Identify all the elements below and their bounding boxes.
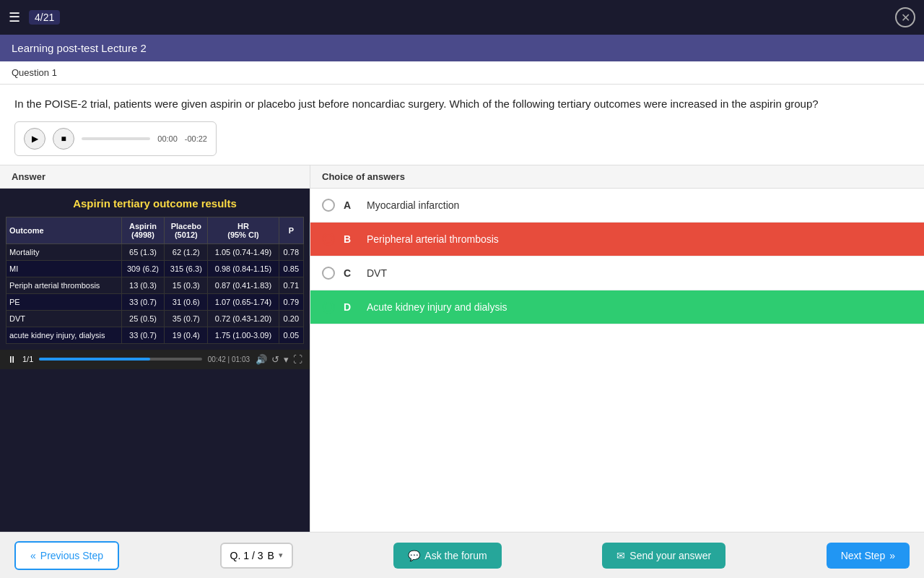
table-cell: 0.87 (0.41-1.83) (208, 277, 279, 293)
answer-column-header: Answer (0, 165, 310, 189)
table-cell: 62 (1.2) (165, 243, 208, 260)
table-cell: 0.20 (279, 310, 303, 327)
col-hr: HR(95% CI) (208, 217, 279, 243)
table-row: Mortality65 (1.3)62 (1.2)1.05 (0.74-1.49… (6, 243, 304, 260)
table-row: MI309 (6.2)315 (6.3)0.98 (0.84-1.15)0.85 (6, 260, 304, 277)
table-cell: 0.71 (279, 277, 303, 293)
pause-button[interactable]: ⏸ (7, 354, 17, 365)
table-cell: 1.07 (0.65-1.74) (208, 293, 279, 310)
send-icon: ✉ (616, 550, 625, 561)
ask-forum-button[interactable]: 💬 Ask the forum (393, 543, 501, 569)
video-progress[interactable] (39, 358, 202, 361)
main-columns: Answer Aspirin tertiary outcome results … (0, 165, 924, 532)
choice-item-d[interactable]: DAcute kidney injury and dialysis (310, 290, 924, 324)
send-answer-label: Send your answer (629, 550, 711, 561)
table-cell: 13 (0.3) (121, 277, 165, 293)
table-cell: 15 (0.3) (165, 277, 208, 293)
col-p: P (279, 217, 303, 243)
volume-icon[interactable]: 🔊 (256, 354, 267, 365)
choices-list: AMyocardial infarctionBPeripheral arteri… (310, 189, 924, 324)
choice-radio (322, 199, 335, 212)
table-cell: DVT (6, 310, 122, 327)
empty-area (310, 324, 924, 532)
refresh-icon[interactable]: ↺ (271, 354, 279, 365)
audio-progress[interactable] (82, 137, 150, 140)
table-cell: 33 (0.7) (121, 293, 165, 310)
table-cell: 65 (1.3) (121, 243, 165, 260)
table-cell: 315 (6.3) (165, 260, 208, 277)
choice-item-b[interactable]: BPeripheral arterial thrombosis (310, 223, 924, 256)
lecture-title: Learning post-test Lecture 2 (12, 42, 147, 54)
table-cell: 1.05 (0.74-1.49) (208, 243, 279, 260)
video-progress-fill (39, 358, 149, 361)
next-icon: » (889, 550, 895, 561)
stop-icon: ■ (61, 134, 66, 144)
table-cell: 31 (0.6) (165, 293, 208, 310)
choice-text: Acute kidney injury and dialysis (367, 301, 507, 313)
choice-radio (322, 233, 335, 246)
table-cell: 309 (6.2) (121, 260, 165, 277)
selected-answer-label: B (267, 550, 274, 561)
data-table-wrapper: Aspirin tertiary outcome results Outcome… (0, 189, 310, 532)
col-outcome: Outcome (6, 217, 122, 243)
choice-letter: A (344, 199, 358, 211)
table-cell: 35 (0.7) (165, 310, 208, 327)
video-controls: ⏸ 1/1 00:42 | 01:03 🔊 ↺ ▾ ⛶ (0, 350, 310, 369)
table-cell: 0.98 (0.84-1.15) (208, 260, 279, 277)
close-button[interactable]: ✕ (895, 7, 915, 27)
table-title: Aspirin tertiary outcome results (6, 197, 304, 210)
table-cell: Mortality (6, 243, 122, 260)
lecture-title-bar: Learning post-test Lecture 2 (0, 35, 924, 61)
stop-button[interactable]: ■ (53, 128, 74, 150)
video-time: 00:42 | 01:03 (208, 355, 250, 363)
choices-column: Choice of answers AMyocardial infarction… (310, 165, 924, 532)
question-select[interactable]: Q. 1 / 3 B ▾ (220, 543, 293, 569)
choice-letter: B (344, 233, 358, 245)
choice-item-c[interactable]: CDVT (310, 256, 924, 290)
choice-letter: C (344, 267, 358, 279)
choice-item-a[interactable]: AMyocardial infarction (310, 189, 924, 223)
table-row: acute kidney injury, dialysis33 (0.7)19 … (6, 327, 304, 343)
table-cell: 19 (0.4) (165, 327, 208, 343)
previous-step-button[interactable]: « Previous Step (14, 541, 119, 570)
video-counter: 1/1 (22, 355, 33, 363)
table-cell: PE (6, 293, 122, 310)
table-cell: 1.75 (1.00-3.09) (208, 327, 279, 343)
table-row: DVT25 (0.5)35 (0.7)0.72 (0.43-1.20)0.20 (6, 310, 304, 327)
table-cell: MI (6, 260, 122, 277)
answer-column: Answer Aspirin tertiary outcome results … (0, 165, 310, 532)
question-select-label: Q. 1 / 3 (230, 550, 263, 561)
choice-radio (322, 267, 335, 280)
play-icon: ▶ (32, 134, 38, 144)
next-step-button[interactable]: Next Step » (827, 543, 910, 569)
table-cell: acute kidney injury, dialysis (6, 327, 122, 343)
choice-text: Myocardial infarction (367, 199, 459, 211)
audio-player: ▶ ■ 00:00 -00:22 (14, 121, 217, 156)
audio-total-time: -00:22 (185, 134, 207, 143)
table-cell: 25 (0.5) (121, 310, 165, 327)
previous-step-label: Previous Step (40, 550, 103, 561)
choices-column-header: Choice of answers (310, 165, 924, 189)
audio-current-time: 00:00 (157, 134, 178, 143)
send-answer-button[interactable]: ✉ Send your answer (602, 543, 725, 569)
next-step-label: Next Step (841, 550, 885, 561)
menu-icon[interactable]: ☰ (9, 9, 20, 25)
fullscreen-icon[interactable]: ⛶ (293, 354, 302, 365)
choice-text: Peripheral arterial thrombosis (367, 233, 499, 245)
col-placebo: Placebo(5012) (165, 217, 208, 243)
data-table-inner: Aspirin tertiary outcome results Outcome… (0, 189, 310, 350)
prev-icon: « (30, 550, 36, 561)
table-cell: 0.78 (279, 243, 303, 260)
drop-icon: ▾ (279, 551, 283, 560)
data-table: Outcome Aspirin(4998) Placebo(5012) HR(9… (6, 217, 304, 344)
down-icon[interactable]: ▾ (284, 354, 289, 365)
close-icon: ✕ (901, 11, 910, 25)
play-button[interactable]: ▶ (24, 128, 45, 150)
table-cell: 33 (0.7) (121, 327, 165, 343)
top-bar: ☰ 4/21 ✕ (0, 0, 924, 35)
bottom-bar: « Previous Step Q. 1 / 3 B ▾ 💬 Ask the f… (0, 532, 924, 578)
col-aspirin: Aspirin(4998) (121, 217, 165, 243)
ask-forum-label: Ask the forum (424, 550, 487, 561)
forum-icon: 💬 (408, 550, 420, 561)
step-count: 4/21 (29, 10, 60, 25)
